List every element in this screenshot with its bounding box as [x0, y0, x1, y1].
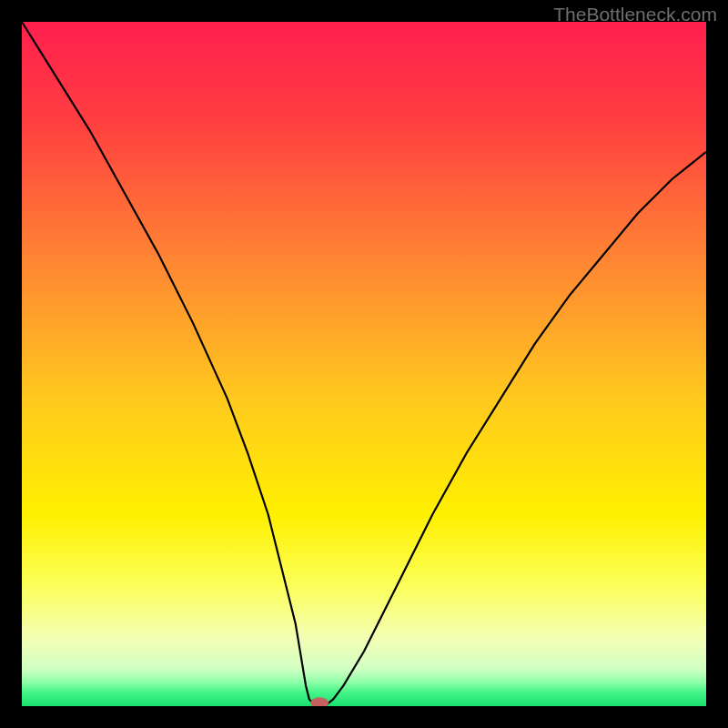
watermark-text: TheBottleneck.com	[553, 4, 717, 25]
plot-area	[22, 22, 706, 706]
bottleneck-chart: TheBottleneck.com	[0, 0, 728, 728]
svg-point-1	[310, 697, 329, 706]
bottleneck-curve	[22, 22, 706, 706]
